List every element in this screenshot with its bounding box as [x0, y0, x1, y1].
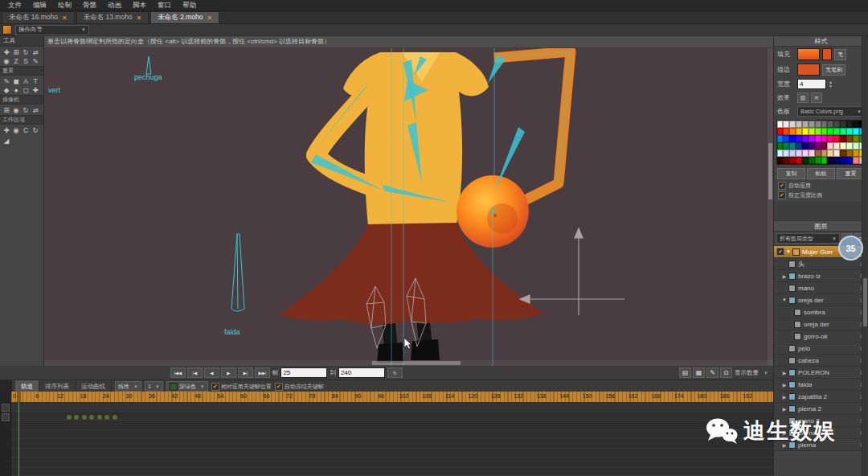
keyframe-dot[interactable] — [88, 414, 95, 421]
end-frame-input[interactable] — [338, 367, 385, 378]
rotate-tool[interactable]: ↻ — [21, 47, 31, 56]
canvas-viewport[interactable]: pechugavertfalda — [44, 48, 773, 366]
stroke-no-brush-button[interactable]: 无笔刷 — [822, 64, 845, 76]
fill-secondary-swatch[interactable] — [822, 48, 832, 60]
palette-swatch[interactable] — [802, 128, 809, 135]
style-checkbox-2[interactable]: ✔ 校正宽度比例 — [774, 191, 868, 200]
layer-type-filter-dropdown[interactable]: 所有图层类型 ▼ — [776, 233, 840, 244]
channel-color-dropdown[interactable]: 深绿色 ▼ — [166, 381, 208, 392]
brush-tool[interactable]: A — [21, 76, 31, 85]
text-tool[interactable]: T — [31, 76, 40, 85]
layer-row[interactable]: ▶pierna 2∅ — [774, 403, 868, 415]
palette-swatch[interactable] — [853, 157, 859, 164]
palette-swatch[interactable] — [802, 157, 809, 164]
width-stepper[interactable]: ▲▼ — [829, 80, 833, 88]
checkbox-icon[interactable]: ✔ — [275, 383, 283, 391]
scrollbar-thumb[interactable] — [768, 143, 772, 199]
menu-item[interactable]: 绘制 — [53, 0, 76, 10]
palette-swatch[interactable] — [789, 150, 796, 157]
document-tab[interactable]: 未命名 13.moho✕ — [76, 11, 149, 23]
menu-item[interactable]: 窗口 — [153, 0, 176, 10]
palette-swatch[interactable] — [833, 150, 840, 157]
palette-swatch[interactable] — [827, 150, 833, 157]
palette-swatch[interactable] — [783, 150, 789, 157]
palette-swatch[interactable] — [827, 135, 833, 142]
palette-swatch[interactable] — [840, 142, 846, 150]
layer-row[interactable]: cabeza∅ — [774, 355, 868, 367]
add-point-tool[interactable]: ✚ — [31, 85, 40, 94]
palette-swatch[interactable] — [802, 150, 809, 157]
palette-swatch[interactable] — [846, 135, 853, 142]
palette-swatch[interactable] — [853, 150, 859, 157]
palette-swatch[interactable] — [833, 121, 840, 128]
palette-swatch[interactable] — [796, 142, 802, 150]
palette-swatch[interactable] — [846, 121, 853, 128]
swatch-file-dropdown[interactable]: Basic Colors.png ▼ — [797, 106, 865, 117]
palette-swatch[interactable] — [846, 150, 853, 157]
scrollbar-thumb[interactable] — [372, 361, 461, 365]
palette-swatch[interactable] — [821, 157, 828, 164]
magnet-icon[interactable]: Ω — [720, 367, 732, 378]
fill-bucket-tool[interactable]: ◼ — [11, 76, 21, 85]
timeline-tab[interactable]: 运动曲线 — [76, 380, 112, 392]
checkbox-icon[interactable]: ✔ — [778, 182, 786, 190]
layer-row[interactable]: gorro-ok∅ — [774, 330, 868, 343]
palette-swatch[interactable] — [821, 150, 828, 157]
keyframe-dot[interactable] — [73, 414, 80, 421]
palette-swatch[interactable] — [802, 142, 809, 150]
palette-swatch[interactable] — [833, 135, 840, 142]
menu-item[interactable]: 编辑 — [28, 0, 51, 10]
palette-swatch[interactable] — [821, 142, 828, 150]
rectangle-tool[interactable]: ◻ — [21, 85, 31, 94]
interpolation-dropdown[interactable]: 线性 ▼ — [115, 381, 141, 392]
jump-end-button[interactable]: ▶▶| — [255, 367, 270, 378]
palette-swatch[interactable] — [809, 121, 815, 128]
timeline-tab[interactable]: 排序列表 — [39, 380, 76, 392]
palette-swatch[interactable] — [809, 135, 815, 142]
scrollbar-thumb[interactable] — [863, 278, 867, 326]
palette-swatch[interactable] — [777, 142, 784, 150]
palette-swatch[interactable] — [815, 128, 821, 135]
step-back-button[interactable]: ◀ — [204, 367, 219, 378]
expand-arrow-icon[interactable]: ▶ — [781, 370, 788, 375]
workspace-rotate-tool[interactable]: ↻ — [31, 125, 40, 134]
timeline-tab[interactable]: 轨道 — [15, 380, 39, 392]
palette-swatch[interactable] — [783, 121, 789, 128]
palette-swatch[interactable] — [809, 150, 815, 157]
channel-icon[interactable] — [2, 404, 10, 412]
palette-swatch[interactable] — [783, 135, 789, 142]
palette-swatch[interactable] — [789, 135, 796, 142]
canvas-vertical-scrollbar[interactable] — [768, 48, 773, 366]
fill-effect-button[interactable]: ▧ — [797, 92, 809, 103]
palette-swatch[interactable] — [827, 121, 833, 128]
stroke-width-input[interactable] — [797, 79, 826, 89]
palette-swatch[interactable] — [827, 157, 833, 164]
scale-tool[interactable]: ⇄ — [31, 47, 40, 56]
palette-swatch[interactable] — [777, 135, 784, 142]
palette-swatch[interactable] — [815, 135, 821, 142]
row-view-icon[interactable]: ▤ — [679, 367, 691, 378]
paste-style-button[interactable]: 粘贴 — [807, 168, 835, 179]
menu-item[interactable]: 脚本 — [128, 0, 151, 10]
translate-tool[interactable]: ⊞ — [11, 47, 21, 56]
checkbox-icon[interactable]: ✔ — [211, 383, 219, 391]
palette-swatch[interactable] — [833, 157, 840, 164]
playhead[interactable] — [18, 402, 19, 476]
keyframe-dot[interactable] — [104, 414, 110, 421]
keyframe-dot[interactable] — [81, 414, 88, 421]
palette-swatch[interactable] — [827, 128, 833, 135]
zoom-tool[interactable]: Z — [11, 56, 21, 65]
palette-swatch[interactable] — [783, 142, 789, 150]
step-forward-button[interactable]: ▶| — [238, 367, 253, 378]
palette-swatch[interactable] — [796, 121, 802, 128]
palette-swatch[interactable] — [789, 121, 796, 128]
play-button[interactable]: ▶ — [221, 367, 236, 378]
palette-swatch[interactable] — [821, 128, 828, 135]
palette-swatch[interactable] — [802, 121, 809, 128]
palette-swatch[interactable] — [815, 157, 821, 164]
eraser-tool[interactable]: ◢ — [2, 136, 11, 145]
pen-tool[interactable]: ✎ — [31, 56, 40, 65]
palette-swatch[interactable] — [821, 121, 828, 128]
palette-swatch[interactable] — [796, 135, 802, 142]
layer-row[interactable]: ▶POLERON∅ — [774, 367, 868, 379]
